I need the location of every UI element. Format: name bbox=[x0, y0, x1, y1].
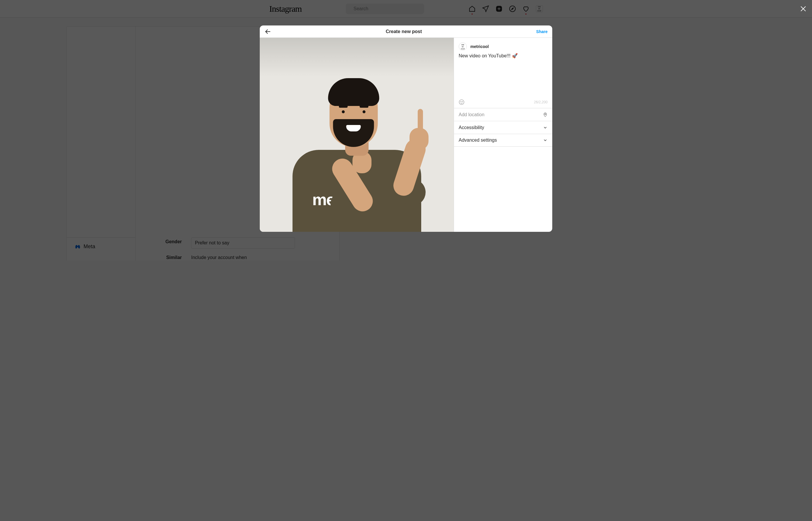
photo-person: met bbox=[281, 68, 406, 232]
modal-title: Create new post bbox=[386, 29, 406, 34]
media-preview[interactable]: met bbox=[260, 38, 406, 232]
modal-header: Create new post Share bbox=[260, 25, 406, 38]
back-button[interactable] bbox=[264, 28, 271, 35]
create-post-modal: Create new post Share met bbox=[260, 25, 406, 232]
